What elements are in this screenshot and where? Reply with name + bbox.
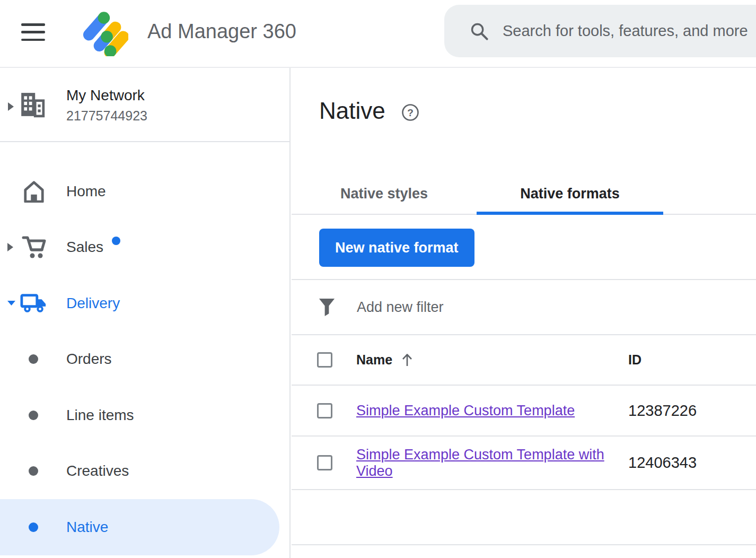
chevron-right-icon bbox=[7, 242, 14, 252]
column-header-name[interactable]: Name bbox=[356, 352, 392, 368]
table-row: Simple Example Custom Template 12387226 bbox=[292, 386, 756, 437]
native-format-link[interactable]: Simple Example Custom Template bbox=[356, 403, 575, 419]
sidebar: My Network 21775744923 Home bbox=[0, 68, 291, 558]
network-name: My Network bbox=[66, 87, 147, 104]
bullet-icon bbox=[29, 466, 38, 476]
menu-icon[interactable] bbox=[21, 23, 46, 41]
menu-bar bbox=[21, 23, 45, 26]
sidebar-item-line-items[interactable]: Line items bbox=[0, 387, 289, 443]
sidebar-item-label: Line items bbox=[66, 407, 134, 424]
native-format-link[interactable]: Simple Example Custom Template with Vide… bbox=[356, 447, 604, 479]
main-content: Native ? Native styles Native formats Ne… bbox=[292, 68, 756, 558]
tab-native-styles[interactable]: Native styles bbox=[292, 174, 477, 214]
chevron-down-icon bbox=[7, 300, 16, 306]
sidebar-item-native[interactable]: Native bbox=[0, 499, 289, 555]
sidebar-item-orders[interactable]: Orders bbox=[0, 332, 289, 388]
page-title: Native bbox=[319, 98, 385, 124]
building-icon bbox=[19, 91, 46, 118]
add-filter-bar[interactable]: Add new filter bbox=[292, 280, 756, 335]
search-input[interactable]: Search for tools, features, and more bbox=[444, 5, 756, 57]
row-checkbox[interactable] bbox=[317, 403, 332, 419]
help-glyph: ? bbox=[407, 107, 414, 118]
sidebar-item-home[interactable]: Home bbox=[0, 163, 289, 220]
chevron-right-icon bbox=[7, 102, 14, 111]
tab-label: Native styles bbox=[340, 186, 428, 202]
selected-item-highlight bbox=[0, 499, 279, 555]
sidebar-item-sales[interactable]: Sales bbox=[0, 220, 289, 276]
filter-placeholder: Add new filter bbox=[357, 299, 444, 316]
network-selector[interactable]: My Network 21775744923 bbox=[0, 68, 289, 142]
menu-bar bbox=[21, 31, 45, 33]
column-header-id: ID bbox=[628, 352, 641, 368]
sidebar-item-creatives[interactable]: Creatives bbox=[0, 443, 289, 500]
sidebar-nav: Home Sales bbox=[0, 163, 289, 555]
ad-manager-logo-icon bbox=[78, 6, 128, 58]
row-checkbox[interactable] bbox=[317, 455, 332, 470]
search-icon bbox=[470, 22, 489, 41]
bullet-icon bbox=[29, 522, 38, 532]
notification-dot bbox=[112, 237, 120, 245]
table-empty-area bbox=[292, 490, 756, 545]
network-id: 21775744923 bbox=[66, 108, 147, 124]
top-app-bar: Ad Manager 360 Search for tools, feature… bbox=[0, 0, 756, 68]
app-title: Ad Manager 360 bbox=[147, 20, 296, 43]
truck-icon bbox=[20, 290, 48, 317]
tab-label: Native formats bbox=[520, 186, 620, 202]
sidebar-item-label: Orders bbox=[66, 351, 112, 368]
search-placeholder: Search for tools, features, and more bbox=[503, 22, 748, 40]
sidebar-item-delivery[interactable]: Delivery bbox=[0, 275, 289, 332]
sidebar-item-label: Creatives bbox=[66, 463, 129, 479]
cart-icon bbox=[20, 233, 48, 261]
home-icon bbox=[20, 178, 48, 205]
tab-native-formats[interactable]: Native formats bbox=[477, 174, 663, 214]
sidebar-item-label: Delivery bbox=[66, 295, 120, 312]
sidebar-item-label: Home bbox=[66, 183, 106, 200]
new-native-format-button[interactable]: New native format bbox=[319, 229, 474, 267]
table-header-row: Name ID bbox=[292, 335, 756, 386]
sort-ascending-icon[interactable] bbox=[401, 353, 414, 367]
bullet-icon bbox=[29, 411, 38, 420]
table-row: Simple Example Custom Template with Vide… bbox=[292, 437, 756, 490]
bullet-icon bbox=[29, 354, 38, 364]
menu-bar bbox=[21, 39, 45, 41]
sidebar-item-label: Sales bbox=[66, 239, 103, 256]
tab-bar: Native styles Native formats bbox=[292, 174, 756, 215]
help-icon[interactable]: ? bbox=[401, 103, 419, 121]
select-all-checkbox[interactable] bbox=[317, 352, 332, 368]
row-id: 12406343 bbox=[628, 454, 697, 472]
row-id: 12387226 bbox=[628, 402, 697, 420]
filter-icon bbox=[318, 298, 336, 317]
sidebar-item-label: Native bbox=[66, 519, 108, 536]
